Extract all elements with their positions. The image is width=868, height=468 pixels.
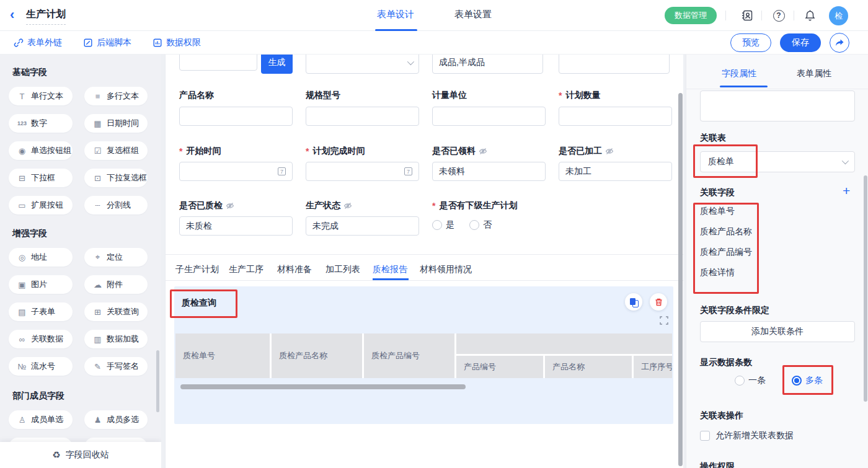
widget-title: 质检查询	[182, 298, 216, 309]
field-label: 是否已加工	[559, 146, 614, 157]
field-item-address[interactable]: ◎地址	[9, 248, 73, 267]
process-status-input[interactable]: 未加工	[559, 162, 672, 181]
field-recycle-bin[interactable]: ♻ 字段回收站	[0, 442, 161, 468]
hidden-eye-icon	[479, 147, 487, 156]
field-item-single-line-text[interactable]: T单行文本	[9, 87, 73, 105]
radio-option-yes[interactable]: 是	[432, 219, 454, 231]
page-title[interactable]: 生产计划	[26, 8, 66, 25]
row1-input[interactable]	[559, 55, 670, 74]
field-item-lookup[interactable]: ⊞关联查询	[84, 302, 148, 321]
related-field-item[interactable]: 质检产品编号	[700, 247, 752, 258]
active-inspector-tab-underline	[720, 86, 768, 87]
allow-add-checkbox[interactable]: 允许新增关联表数据	[700, 430, 794, 441]
tab-form-design[interactable]: 表单设计	[377, 9, 414, 20]
subtab-process[interactable]: 生产工序	[229, 259, 264, 280]
tab-form-settings[interactable]: 表单设置	[454, 9, 492, 20]
related-field-item[interactable]: 质检产品名称	[700, 226, 752, 237]
field-item-checkbox-group[interactable]: ☑复选框组	[84, 141, 148, 160]
member-multi-icon: ♟	[93, 415, 102, 425]
inspector-scrollbar[interactable]	[864, 175, 867, 402]
delete-icon[interactable]	[650, 293, 667, 311]
add-condition-button[interactable]: 添加关联条件	[700, 321, 855, 342]
display-count-label: 显示数据条数	[700, 357, 752, 368]
expand-icon[interactable]	[660, 316, 668, 325]
radio-one-record[interactable]: 一条	[735, 375, 766, 386]
field-item-multi-select[interactable]: ⊡下拉复选框	[84, 169, 148, 187]
add-field-icon[interactable]: +	[843, 185, 850, 197]
qc-query-widget[interactable]: 质检查询 质检单号 质检产品名称 质检产品编号	[174, 286, 673, 424]
preview-button[interactable]: 预览	[730, 33, 771, 52]
save-button[interactable]: 保存	[780, 33, 821, 52]
column-header: 质检产品名称	[272, 333, 362, 378]
share-arrow-icon[interactable]	[830, 33, 849, 53]
calendar-icon	[404, 167, 412, 175]
field-item-signature[interactable]: ✎手写签名	[84, 357, 148, 376]
subtab-process-list[interactable]: 加工列表	[326, 259, 360, 280]
single-line-text-icon: T	[17, 92, 27, 101]
start-time-input[interactable]	[179, 162, 293, 181]
related-field-item[interactable]: 质检详情	[700, 267, 735, 278]
related-fields-label: 关联字段	[700, 187, 735, 198]
bell-icon[interactable]	[803, 9, 817, 22]
material-status-input[interactable]: 未领料	[432, 162, 546, 181]
sidebar-scrollbar[interactable]	[156, 350, 159, 412]
subtab-material-usage[interactable]: 材料领用情况	[420, 259, 472, 280]
field-item-subform[interactable]: ▤子表单	[9, 302, 73, 321]
field-item-extend-button[interactable]: ▭扩展按钮	[9, 196, 73, 214]
hidden-eye-icon	[226, 201, 234, 210]
external-link-button[interactable]: 表单外链	[14, 37, 62, 48]
field-item-linked-data[interactable]: ∞关联数据	[9, 330, 73, 348]
select-field[interactable]	[306, 55, 419, 74]
field-item-radio-group[interactable]: ◉单选按钮组	[9, 141, 73, 160]
radio-group-icon: ◉	[17, 146, 27, 156]
production-status-input[interactable]: 未完成	[306, 216, 419, 236]
subform-icon: ▤	[17, 307, 27, 317]
radio-multiple-records[interactable]: 多条	[792, 375, 823, 386]
tab-form-properties[interactable]: 表单属性	[797, 68, 831, 79]
horizontal-scrollbar[interactable]	[180, 384, 466, 389]
back-icon[interactable]: ‹	[10, 7, 14, 23]
group-column-header	[456, 333, 672, 354]
help-icon[interactable]: ?	[772, 9, 786, 22]
spec-model-input[interactable]	[306, 107, 419, 126]
unit-input[interactable]	[432, 107, 546, 126]
generate-button[interactable]: 生成	[261, 55, 293, 74]
product-name-input[interactable]	[179, 107, 293, 126]
plan-finish-time-input[interactable]	[306, 162, 419, 181]
qc-status-input[interactable]: 未质检	[179, 216, 293, 236]
subtab-child-plan[interactable]: 子生产计划	[175, 259, 219, 280]
data-permission-button[interactable]: 数据权限	[153, 37, 201, 48]
product-type-input[interactable]: 成品,半成品	[432, 55, 543, 74]
contacts-icon[interactable]	[740, 9, 754, 22]
image-icon: ▣	[17, 280, 27, 289]
field-item-select[interactable]: ⊟下拉框	[9, 169, 73, 187]
backend-script-label: 后端脚本	[97, 37, 131, 48]
field-item-member-single[interactable]: ♙成员单选	[9, 410, 73, 429]
field-item-member-multi[interactable]: ♟成员多选	[84, 410, 148, 429]
tab-field-properties[interactable]: 字段属性	[722, 68, 756, 79]
canvas-scrollbar[interactable]	[678, 93, 683, 466]
field-item-multi-line-text[interactable]: ≡多行文本	[84, 87, 148, 105]
related-field-item[interactable]: 质检单号	[700, 206, 735, 217]
related-table-select[interactable]: 质检单	[700, 151, 855, 172]
avatar[interactable]: 检	[829, 6, 848, 25]
plan-quantity-input[interactable]	[559, 107, 672, 126]
data-manage-button[interactable]: 数据管理	[665, 7, 717, 24]
backend-script-button[interactable]: 后端脚本	[83, 37, 131, 48]
field-item-serial-number[interactable]: №流水号	[9, 357, 73, 376]
field-item-datetime[interactable]: ▦日期时间	[84, 114, 148, 133]
field-item-number[interactable]: 123数字	[9, 114, 73, 133]
field-item-data-load[interactable]: ▥数据加载	[84, 330, 148, 348]
subtab-qc-report[interactable]: 质检报告	[373, 259, 407, 280]
radio-option-no[interactable]: 否	[469, 219, 492, 231]
scrolled-field-box[interactable]	[700, 91, 855, 121]
subtab-material-prep[interactable]: 材料准备	[277, 259, 312, 280]
field-item-divider[interactable]: ┄分割线	[84, 196, 148, 214]
field-item-image[interactable]: ▣图片	[9, 275, 73, 294]
field-item-attachment[interactable]: ☁附件	[84, 275, 148, 294]
copy-icon[interactable]	[625, 293, 642, 311]
serial-input[interactable]	[179, 55, 257, 71]
extend-button-icon: ▭	[17, 201, 27, 210]
field-item-location[interactable]: ⌖定位	[84, 248, 148, 267]
location-icon: ⌖	[93, 252, 102, 262]
